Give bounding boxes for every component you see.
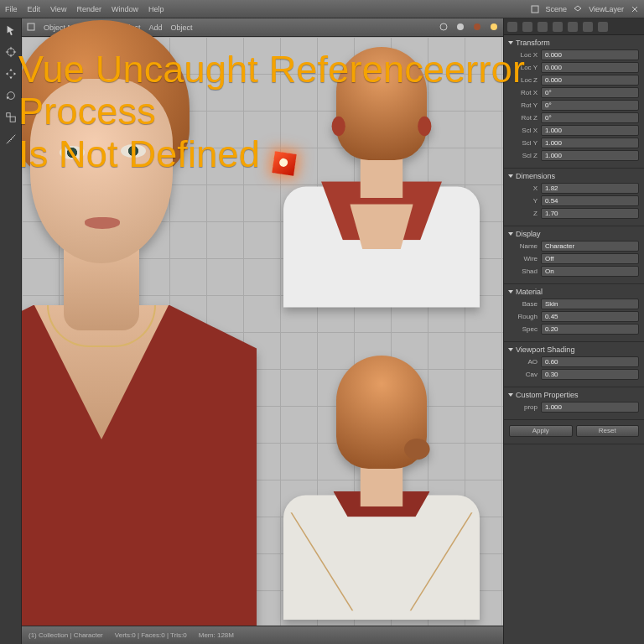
property-label: Shad	[509, 267, 538, 275]
viewport[interactable]: Object Mode View Select Add Object	[22, 18, 503, 644]
property-row: NameCharacter	[509, 241, 639, 252]
property-field[interactable]: 0.60	[541, 356, 639, 367]
svg-point-7	[474, 23, 480, 30]
scene-icon	[531, 5, 539, 13]
shading-solid-icon[interactable]	[456, 23, 465, 33]
menu-help[interactable]: Help	[148, 5, 164, 13]
scene-selector[interactable]: Scene	[546, 5, 568, 13]
property-field[interactable]: 1.82	[541, 183, 639, 194]
property-field[interactable]: 0.000	[541, 75, 639, 86]
section-header[interactable]: Material	[509, 288, 639, 296]
property-field[interactable]: 1.000	[541, 138, 639, 148]
menu-file[interactable]: File	[5, 5, 18, 13]
status-memory: Mem: 128M	[199, 631, 234, 639]
section-header[interactable]: Viewport Shading	[509, 345, 639, 354]
select-tool-icon[interactable]	[4, 23, 18, 37]
move-tool-icon[interactable]	[4, 67, 18, 80]
section-header[interactable]: Display	[509, 230, 639, 238]
section-title: Transform	[516, 39, 550, 47]
layer-icon	[574, 5, 582, 13]
property-field[interactable]: 0.000	[541, 62, 639, 73]
property-row: Rough0.45	[509, 311, 639, 322]
tab-scene-icon[interactable]	[538, 22, 548, 32]
chevron-down-icon	[508, 174, 513, 178]
tab-output-icon[interactable]	[522, 22, 532, 32]
shading-render-icon[interactable]	[490, 23, 498, 33]
panel-section: MaterialBaseSkinRough0.45Spec0.20	[504, 284, 644, 342]
tab-modifier-icon[interactable]	[583, 22, 593, 32]
property-field[interactable]: Skin	[541, 299, 639, 309]
svg-point-8	[491, 23, 497, 30]
property-label: Wire	[509, 255, 538, 262]
property-field[interactable]: Off	[541, 253, 639, 264]
chevron-down-icon	[508, 393, 513, 397]
property-field[interactable]: 1.000	[541, 402, 639, 413]
svg-rect-2	[6, 113, 9, 117]
property-field[interactable]: Character	[541, 241, 639, 252]
property-field[interactable]: 0.45	[541, 311, 639, 322]
tab-object-icon[interactable]	[568, 22, 578, 32]
section-header[interactable]: Transform	[509, 39, 639, 47]
shading-wire-icon[interactable]	[439, 23, 448, 33]
tab-material-icon[interactable]	[598, 22, 608, 32]
property-row: Scl Y1.000	[509, 138, 639, 148]
menu-render[interactable]: Render	[76, 5, 101, 13]
svg-rect-0	[532, 6, 538, 13]
rotate-tool-icon[interactable]	[4, 89, 18, 102]
menu-edit[interactable]: Edit	[28, 5, 41, 13]
property-row: Cav0.30	[509, 369, 639, 380]
scale-tool-icon[interactable]	[4, 111, 18, 124]
property-label: Loc X	[509, 51, 538, 59]
property-label: Rot Z	[509, 114, 538, 122]
section-header[interactable]: Dimensions	[509, 172, 639, 180]
tab-world-icon[interactable]	[553, 22, 563, 32]
property-label: prop	[509, 403, 538, 411]
property-row: prop1.000	[509, 402, 639, 413]
shading-material-icon[interactable]	[473, 23, 481, 33]
panel-section: DisplayNameCharacterWireOffShadOn	[504, 226, 644, 284]
property-row: Scl Z1.000	[509, 150, 639, 161]
status-bar: (1) Collection | Character Verts:0 | Fac…	[22, 626, 503, 644]
property-label: Y	[509, 197, 538, 205]
property-field[interactable]: 0°	[541, 112, 639, 123]
cursor-tool-icon[interactable]	[4, 45, 18, 59]
property-label: Name	[509, 242, 538, 250]
status-stats: Verts:0 | Faces:0 | Tris:0	[115, 631, 187, 639]
chevron-down-icon	[508, 232, 513, 236]
property-field[interactable]: 1.000	[541, 150, 639, 161]
property-field[interactable]: 1.70	[541, 208, 639, 219]
property-field[interactable]: 0°	[541, 100, 639, 111]
menu-window[interactable]: Window	[112, 5, 138, 13]
property-row: Rot Y0°	[509, 100, 639, 111]
apply-button[interactable]: Apply	[509, 425, 573, 437]
property-field[interactable]: 1.000	[541, 125, 639, 136]
menu-view[interactable]: View	[50, 5, 66, 13]
property-row: BaseSkin	[509, 299, 639, 309]
property-field[interactable]: 0.20	[541, 324, 639, 335]
property-field[interactable]: 0°	[541, 87, 639, 98]
property-row: Spec0.20	[509, 324, 639, 335]
property-label: Rot Y	[509, 101, 538, 109]
viewport-body[interactable]	[22, 37, 503, 626]
character-back-bottom[interactable]	[268, 356, 495, 620]
close-icon[interactable]	[631, 5, 639, 13]
tab-render-icon[interactable]	[507, 22, 517, 32]
character-front[interactable]	[22, 20, 273, 644]
property-field[interactable]: 0.30	[541, 369, 639, 380]
section-title: Viewport Shading	[516, 345, 574, 354]
section-header[interactable]: Custom Properties	[509, 391, 639, 399]
property-label: Scl Z	[509, 152, 538, 159]
reset-button[interactable]: Reset	[576, 425, 640, 437]
property-field[interactable]: 0.000	[541, 49, 639, 60]
property-label: Scl Y	[509, 139, 538, 147]
property-field[interactable]: On	[541, 266, 639, 277]
property-field[interactable]: 0.54	[541, 195, 639, 206]
viewlayer-selector[interactable]: ViewLayer	[589, 5, 624, 13]
property-label: Loc Z	[509, 76, 538, 84]
property-label: Base	[509, 300, 538, 308]
panel-section: TransformLoc X0.000Loc Y0.000Loc Z0.000R…	[504, 35, 644, 169]
character-back-top[interactable]	[268, 47, 495, 304]
measure-tool-icon[interactable]	[4, 132, 18, 146]
section-title: Dimensions	[516, 172, 555, 180]
property-row: Loc X0.000	[509, 49, 639, 60]
